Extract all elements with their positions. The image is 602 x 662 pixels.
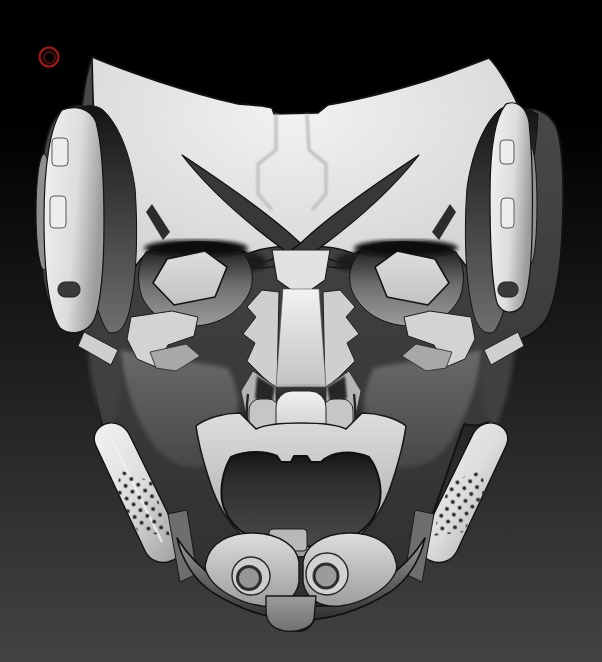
ear-slot-right-2	[501, 198, 514, 228]
ear-slot-left-2	[50, 196, 66, 228]
nose-bridge	[276, 289, 326, 387]
chin-vent-ring-left	[238, 567, 261, 590]
ear-slot-right-1	[500, 140, 514, 164]
ear-slot-left-1	[52, 138, 68, 166]
sculpt-viewport[interactable]	[0, 0, 602, 662]
chin-tongue	[266, 596, 316, 631]
mask-render	[0, 0, 602, 662]
ear-slot-left-3	[58, 282, 80, 297]
ear-slot-right-3	[498, 282, 518, 297]
chin-vent-ring-right	[314, 564, 338, 588]
